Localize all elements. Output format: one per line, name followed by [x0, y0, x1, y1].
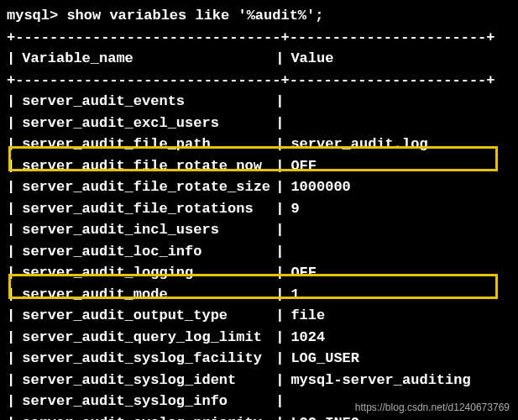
variable-name-cell: server_audit_excl_users — [15, 113, 275, 134]
pipe: | — [275, 412, 284, 421]
table-row: |server_audit_file_path|server_audit.log — [7, 134, 511, 155]
pipe: | — [7, 348, 15, 370]
pipe: | — [7, 284, 15, 306]
value-cell — [284, 391, 290, 412]
table-row: |server_audit_loc_info| — [7, 241, 511, 263]
variable-name-cell: server_audit_logging — [15, 262, 275, 284]
value-cell: file — [284, 305, 325, 327]
pipe: | — [7, 134, 15, 155]
pipe: | — [7, 412, 15, 421]
mysql-prompt: mysql> show variables like '%audit%'; — [7, 5, 511, 27]
value-cell: server_audit.log — [284, 134, 427, 155]
value-cell: OFF — [284, 262, 317, 284]
variable-name-cell: server_audit_mode — [15, 284, 275, 306]
pipe: | — [7, 262, 15, 284]
pipe: | — [275, 262, 284, 284]
pipe: | — [7, 370, 15, 391]
table-row: |server_audit_incl_users| — [7, 219, 511, 241]
table-row: |server_audit_mode|1 — [7, 284, 511, 306]
value-cell: LOG_INFO — [284, 412, 359, 421]
variable-name-cell: server_audit_query_log_limit — [15, 327, 275, 349]
pipe: | — [7, 48, 15, 70]
pipe: | — [275, 91, 284, 113]
table-row: |server_audit_syslog_facility|LOG_USER — [7, 348, 511, 370]
value-cell — [284, 113, 290, 134]
header-value: Value — [284, 48, 333, 70]
table-row: |server_audit_events| — [7, 91, 511, 113]
pipe: | — [275, 134, 284, 155]
variable-name-cell: server_audit_incl_users — [15, 219, 275, 241]
value-cell: LOG_USER — [284, 348, 359, 370]
watermark: https://blog.csdn.net/d1240673769 — [355, 400, 510, 415]
value-cell: 1024 — [284, 327, 325, 349]
pipe: | — [275, 198, 284, 220]
variable-name-cell: server_audit_file_rotate_size — [15, 176, 275, 198]
variable-name-cell: server_audit_file_path — [15, 134, 275, 155]
table-row: |server_audit_logging|OFF — [7, 262, 511, 284]
value-cell: OFF — [284, 155, 317, 177]
pipe: | — [7, 155, 15, 177]
variable-name-cell: server_audit_file_rotations — [15, 198, 275, 220]
table-border-top: +-------------------------------+-------… — [7, 27, 511, 49]
table-row: |server_audit_file_rotate_size|1000000 — [7, 176, 511, 198]
pipe: | — [275, 284, 284, 306]
pipe: | — [7, 198, 15, 220]
pipe: | — [275, 327, 284, 349]
table-header-row: | Variable_name | Value — [7, 48, 511, 70]
pipe: | — [275, 219, 284, 241]
variable-name-cell: server_audit_output_type — [15, 305, 275, 327]
pipe: | — [275, 241, 284, 263]
table-row: |server_audit_file_rotations|9 — [7, 198, 511, 220]
value-cell: mysql-server_auditing — [284, 370, 470, 391]
table-row: |server_audit_query_log_limit|1024 — [7, 327, 511, 349]
pipe: | — [275, 176, 284, 198]
variable-name-cell: server_audit_file_rotate_now — [15, 155, 275, 177]
table-row: |server_audit_output_type|file — [7, 305, 511, 327]
pipe: | — [7, 391, 15, 412]
variable-name-cell: server_audit_syslog_priority — [15, 412, 275, 421]
variable-name-cell: server_audit_syslog_facility — [15, 348, 275, 370]
pipe: | — [275, 391, 284, 412]
value-cell — [284, 219, 290, 241]
result-table: +-------------------------------+-------… — [7, 27, 511, 421]
pipe: | — [7, 113, 15, 134]
pipe: | — [275, 48, 284, 70]
value-cell — [284, 91, 290, 113]
pipe: | — [7, 176, 15, 198]
table-row: |server_audit_syslog_ident|mysql-server_… — [7, 370, 511, 391]
pipe: | — [275, 370, 284, 391]
variable-name-cell: server_audit_syslog_info — [15, 391, 275, 412]
pipe: | — [275, 155, 284, 177]
pipe: | — [7, 327, 15, 349]
pipe: | — [7, 305, 15, 327]
value-cell: 9 — [284, 198, 299, 220]
variable-name-cell: server_audit_events — [15, 91, 275, 113]
header-variable-name: Variable_name — [15, 48, 275, 70]
pipe: | — [275, 348, 284, 370]
pipe: | — [7, 219, 15, 241]
table-row: |server_audit_excl_users| — [7, 113, 511, 134]
variable-name-cell: server_audit_syslog_ident — [15, 370, 275, 391]
pipe: | — [275, 113, 284, 134]
variable-name-cell: server_audit_loc_info — [15, 241, 275, 263]
value-cell: 1 — [284, 284, 299, 306]
pipe: | — [275, 305, 284, 327]
pipe: | — [7, 91, 15, 113]
pipe: | — [7, 241, 15, 263]
table-border-mid: +-------------------------------+-------… — [7, 70, 511, 92]
table-row: |server_audit_file_rotate_now|OFF — [7, 155, 511, 177]
value-cell: 1000000 — [284, 176, 350, 198]
value-cell — [284, 241, 290, 263]
